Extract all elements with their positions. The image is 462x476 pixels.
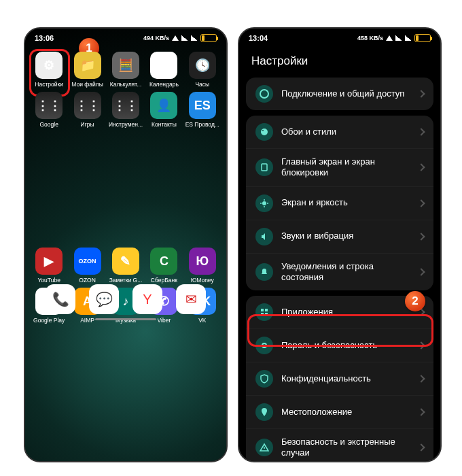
app-grid-row: ⋮⋮Google⋮⋮Игры⋮⋮Инструмен...👤КонтактыESE… [25, 88, 226, 128]
settings-item-security[interactable]: Пароль и безопасность [246, 328, 433, 362]
app-icon: OZON [74, 248, 101, 275]
app-icon: 👤 [150, 92, 177, 119]
homescreen-icon [255, 158, 273, 176]
privacy-icon [255, 370, 273, 388]
app-icon: ⋮⋮ [112, 92, 139, 119]
app-icon: 🧮 [112, 52, 139, 79]
settings-item-notifications[interactable]: Уведомления и строка состояния [246, 253, 433, 291]
settings-item-label: Безопасность и экстренные случаи [281, 437, 410, 459]
page-title: Настройки [239, 48, 440, 78]
svg-rect-7 [261, 313, 264, 316]
wifi-icon [386, 35, 393, 41]
app-Часы[interactable]: 🕓Часы [184, 52, 221, 88]
battery-icon: 22 [200, 34, 217, 42]
net-speed: 458 KB/s [357, 35, 383, 41]
app-label: Калькулят... [110, 81, 142, 88]
app-label: СберБанк [151, 277, 177, 284]
wifi-icon [172, 35, 179, 41]
app-Калькулят...[interactable]: 🧮Калькулят... [107, 52, 144, 88]
settings-item-homescreen[interactable]: Главный экран и экран блокировки [246, 148, 433, 186]
connection-icon [255, 85, 273, 103]
apps-icon [255, 303, 273, 321]
settings-item-location[interactable]: Местоположение [246, 395, 433, 428]
settings-item-label: Подключение и общий доступ [281, 88, 410, 99]
app-label: Google Play [33, 317, 65, 324]
app-label: ЮMoney [191, 277, 214, 284]
app-Мои файлы[interactable]: 📁Мои файлы [69, 52, 105, 88]
chevron-right-icon [417, 233, 425, 240]
clock: 13:06 [35, 34, 54, 42]
svg-rect-6 [265, 309, 268, 311]
settings-item-connection[interactable]: Подключение и общий доступ [246, 78, 433, 110]
settings-item-label: Обои и стили [281, 126, 410, 137]
app-Календарь[interactable]: 31Календарь [145, 52, 182, 88]
home-indicator[interactable] [95, 318, 156, 320]
dock-mail[interactable]: ✉ [176, 284, 206, 314]
display-icon [255, 194, 273, 212]
app-СберБанк[interactable]: ССберБанк [145, 248, 182, 284]
app-grid-row: ⚙Настройки📁Мои файлы🧮Калькулят...31Кален… [25, 48, 226, 88]
battery-pct: 22 [201, 35, 216, 41]
app-Инструмен...[interactable]: ⋮⋮Инструмен... [107, 92, 144, 128]
app-label: Инструмен... [109, 121, 143, 128]
app-icon: ▶ [35, 248, 63, 275]
app-OZON[interactable]: OZONOZON [69, 248, 105, 284]
app-label: Мои файлы [71, 81, 103, 88]
clock: 13:04 [249, 34, 268, 42]
signal-icon [395, 35, 402, 41]
app-label: Google [39, 121, 58, 128]
settings-item-privacy[interactable]: Конфиденциальность [246, 362, 433, 395]
settings-item-sound[interactable]: Звуки и вибрация [246, 220, 433, 253]
battery-icon: 22 [414, 34, 431, 42]
settings-item-display[interactable]: Экран и яркость [246, 186, 433, 220]
svg-point-0 [260, 90, 268, 98]
settings-item-label: Приложения [281, 307, 410, 318]
dock-yandex[interactable]: Y [132, 284, 162, 314]
settings-item-label: Пароль и безопасность [281, 340, 410, 351]
svg-point-4 [262, 201, 266, 205]
settings-list[interactable]: Подключение и общий доступ Обои и стилиГ… [239, 78, 440, 462]
app-icon: ⚙ [35, 52, 63, 79]
app-label: AIMP [80, 317, 94, 324]
chevron-right-icon [417, 199, 425, 207]
notifications-icon [255, 263, 273, 281]
settings-item-sos[interactable]: Безопасность и экстренные случаи [246, 428, 433, 462]
chevron-right-icon [417, 408, 425, 415]
settings-item-wallpaper[interactable]: Обои и стили [246, 116, 433, 148]
app-Контакты[interactable]: 👤Контакты [145, 92, 182, 128]
chevron-right-icon [417, 341, 425, 349]
app-icon: 31 [150, 52, 177, 79]
app-icon: ES [189, 92, 216, 119]
app-ES Провод...[interactable]: ESES Провод... [184, 92, 221, 128]
app-YouTube[interactable]: ▶YouTube [31, 248, 67, 284]
app-icon: 📁 [74, 52, 101, 79]
settings-group: Обои и стилиГлавный экран и экран блокир… [246, 116, 433, 290]
dock: 📞💬Y✉ [25, 284, 226, 314]
app-Настройки[interactable]: ⚙Настройки [31, 52, 67, 88]
net-speed: 494 KB/s [143, 35, 169, 41]
location-icon [255, 403, 273, 421]
app-label: Viber [158, 317, 171, 324]
app-ЮMoney[interactable]: ЮЮMoney [184, 248, 221, 284]
app-icon: ⋮⋮ [74, 92, 101, 119]
svg-rect-10 [264, 345, 265, 348]
app-label: Календарь [149, 81, 179, 88]
app-icon: ⋮⋮ [35, 92, 63, 119]
app-label: YouTube [37, 277, 60, 284]
battery-pct: 22 [415, 35, 430, 41]
app-label: Заметки G... [109, 277, 143, 284]
app-icon: С [150, 248, 177, 275]
app-label: ES Провод... [185, 121, 219, 128]
app-Заметки G...[interactable]: ✎Заметки G... [107, 248, 144, 284]
app-icon: 🕓 [189, 52, 216, 79]
status-bar: 13:04 458 KB/s 22 [239, 29, 440, 48]
svg-rect-8 [265, 313, 268, 316]
app-Игры[interactable]: ⋮⋮Игры [69, 92, 105, 128]
dock-messages[interactable]: 💬 [89, 284, 119, 314]
signal-icon [181, 35, 188, 41]
app-icon: Ю [189, 248, 216, 275]
app-label: OZON [79, 277, 96, 284]
dock-phone[interactable]: 📞 [46, 284, 75, 314]
settings-group: ПриложенияПароль и безопасностьКонфиденц… [246, 296, 433, 462]
app-Google[interactable]: ⋮⋮Google [31, 92, 67, 128]
